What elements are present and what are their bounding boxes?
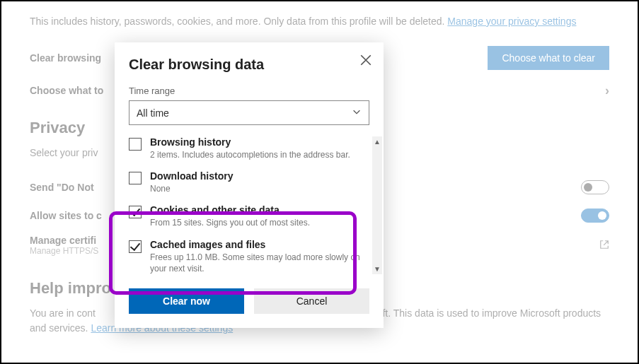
row-sublabel: Manage HTTPS/S bbox=[30, 246, 98, 256]
help-text-pre: You are in cont bbox=[30, 307, 96, 319]
choose-what-to-clear-button[interactable]: Choose what to clear bbox=[488, 46, 609, 70]
list-item: Cached images and files Frees up 11.0 MB… bbox=[129, 239, 371, 274]
clear-browsing-data-dialog: Clear browsing data Time range All time … bbox=[115, 42, 384, 328]
data-type-list: Browsing history 2 items. Includes autoc… bbox=[129, 136, 384, 274]
time-range-select[interactable]: All time bbox=[129, 100, 369, 125]
checkbox-download-history[interactable] bbox=[129, 172, 142, 184]
checkbox-cookies[interactable] bbox=[129, 206, 142, 218]
close-icon[interactable] bbox=[359, 54, 372, 66]
toggle-dnt[interactable] bbox=[581, 180, 609, 194]
row-label: Send "Do Not bbox=[30, 182, 94, 193]
toggle-allow-sites[interactable] bbox=[581, 209, 609, 223]
clear-now-button[interactable]: Clear now bbox=[129, 288, 244, 314]
row-label: Clear browsing bbox=[30, 52, 101, 64]
item-label: Browsing history bbox=[150, 136, 350, 148]
item-desc: Frees up 11.0 MB. Some sites may load mo… bbox=[150, 252, 371, 274]
dialog-title: Clear browsing data bbox=[129, 57, 369, 73]
chevron-down-icon bbox=[352, 107, 362, 119]
item-desc: None bbox=[150, 183, 233, 194]
external-link-icon bbox=[599, 240, 609, 252]
intro-paragraph: This includes history, passwords, cookie… bbox=[30, 16, 609, 27]
time-range-value: All time bbox=[137, 107, 169, 119]
list-item: Download history None bbox=[129, 170, 371, 194]
item-label: Cookies and other site data bbox=[150, 204, 310, 216]
scroll-up-icon[interactable]: ▲ bbox=[374, 136, 381, 147]
chevron-right-icon: › bbox=[605, 83, 609, 98]
item-label: Download history bbox=[150, 170, 233, 182]
cancel-button[interactable]: Cancel bbox=[254, 288, 369, 314]
manage-privacy-link[interactable]: Manage your privacy settings bbox=[447, 16, 576, 27]
checkbox-browsing-history[interactable] bbox=[129, 138, 142, 151]
list-item: Cookies and other site data From 15 site… bbox=[129, 204, 371, 228]
scrollbar[interactable]: ▲ ▼ bbox=[372, 136, 382, 274]
time-range-label: Time range bbox=[129, 86, 369, 96]
row-label: Allow sites to c bbox=[30, 210, 102, 221]
item-desc: From 15 sites. Signs you out of most sit… bbox=[150, 217, 310, 228]
list-item: Browsing history 2 items. Includes autoc… bbox=[129, 136, 371, 160]
intro-text: This includes history, passwords, cookie… bbox=[30, 16, 447, 27]
checkbox-cached-files[interactable] bbox=[129, 240, 142, 253]
row-label: Choose what to bbox=[30, 85, 103, 96]
item-desc: 2 items. Includes autocompletions in the… bbox=[150, 149, 350, 160]
row-label: Manage certifi bbox=[30, 235, 98, 246]
item-label: Cached images and files bbox=[150, 239, 371, 250]
scroll-down-icon[interactable]: ▼ bbox=[374, 264, 381, 274]
